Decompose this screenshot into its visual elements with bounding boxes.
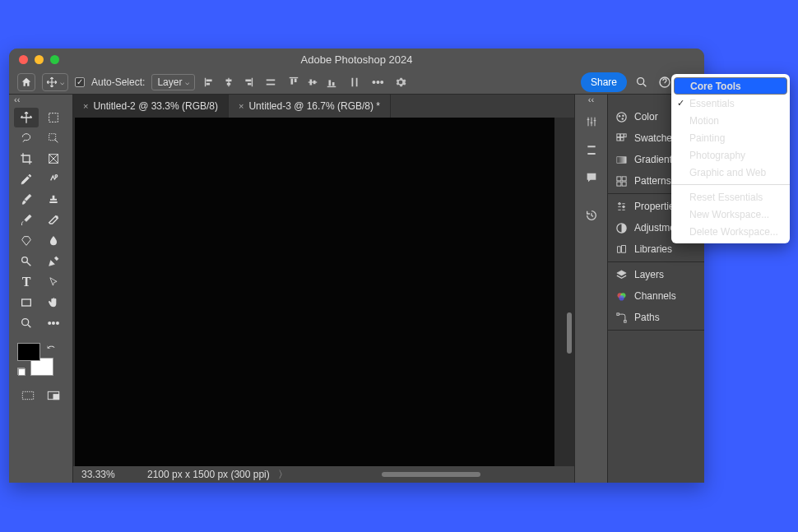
lasso-tool[interactable] (14, 128, 39, 148)
menu-item-label: Reset Essentials (689, 192, 763, 203)
share-button[interactable]: Share (581, 72, 627, 92)
path-select-tool[interactable] (41, 272, 66, 292)
align-top-button[interactable] (285, 74, 302, 90)
help-button[interactable] (656, 74, 673, 90)
screen-mode-button[interactable] (44, 386, 65, 405)
gradients-icon (615, 153, 628, 166)
workspace-menu-item[interactable]: Essentials (671, 95, 790, 112)
tool-preset[interactable]: ⌵ (42, 73, 68, 91)
more-tools-button[interactable]: ••• (41, 313, 66, 333)
frame-tool[interactable] (41, 149, 66, 169)
eraser-tool[interactable] (41, 210, 66, 230)
align-middle-button[interactable] (304, 74, 321, 90)
brush-settings-icon[interactable] (581, 111, 602, 132)
quick-mask-button[interactable] (17, 386, 39, 405)
settings-button[interactable] (392, 74, 409, 90)
workspace-menu-item[interactable]: Painting (671, 129, 790, 146)
align-left-button[interactable] (202, 74, 218, 90)
crop-tool[interactable] (14, 149, 39, 169)
more-options-button[interactable]: ••• (369, 74, 386, 90)
stamp-tool[interactable] (41, 190, 66, 210)
history-icon[interactable] (581, 205, 602, 226)
move-tool[interactable] (14, 108, 39, 127)
vertical-scrollbar[interactable] (564, 118, 574, 466)
title-bar: Adobe Photoshop 2024 (9, 49, 704, 70)
svg-rect-18 (329, 80, 332, 86)
svg-rect-0 (205, 77, 206, 86)
paths-panel[interactable]: Paths (608, 307, 704, 328)
workspace-menu-item[interactable]: Graphic and Web (671, 164, 790, 181)
align-bottom-button[interactable] (323, 74, 340, 90)
svg-rect-47 (616, 176, 620, 180)
gradient-tool[interactable] (14, 231, 39, 251)
workspace-menu-item[interactable]: Photography (671, 146, 790, 164)
svg-rect-13 (295, 78, 297, 81)
eyedropper-tool[interactable] (14, 169, 39, 189)
patterns-icon (615, 174, 628, 187)
channels-panel[interactable]: Channels (608, 285, 704, 307)
scroll-thumb[interactable] (567, 312, 572, 354)
svg-rect-15 (310, 79, 313, 85)
svg-rect-46 (616, 156, 625, 163)
marquee-tool[interactable] (41, 108, 66, 127)
zoom-level[interactable]: 33.33% (81, 469, 139, 480)
dodge-tool[interactable] (14, 252, 39, 271)
zoom-tool[interactable] (14, 313, 39, 333)
panel-label: Color (634, 111, 658, 123)
layer-select[interactable]: Layer ⌵ (151, 74, 195, 90)
svg-rect-9 (267, 79, 276, 81)
workspace-menu-item[interactable]: Motion (671, 112, 790, 129)
pen-tool[interactable] (41, 252, 66, 271)
blur-tool[interactable] (41, 231, 66, 251)
brushes-icon[interactable] (581, 139, 602, 160)
svg-rect-45 (620, 137, 624, 141)
comments-icon[interactable] (581, 167, 602, 188)
menu-item-label: Painting (689, 132, 725, 144)
document-tab[interactable]: × Untitled-3 @ 16.7% (RGB/8) * (229, 95, 391, 118)
workspace-menu-item[interactable]: Reset Essentials (671, 188, 790, 206)
distribute-v-button[interactable] (346, 74, 363, 90)
status-menu-icon[interactable]: 〉 (278, 468, 288, 482)
brush-tool[interactable] (14, 190, 39, 210)
align-center-h-button[interactable] (220, 74, 237, 90)
panel-label: Libraries (634, 243, 672, 255)
valign-group (285, 74, 340, 90)
swap-colors-icon[interactable]: ⤺ (47, 341, 55, 353)
panel-label: Patterns (634, 175, 671, 187)
search-button[interactable] (633, 74, 650, 90)
search-icon (635, 76, 648, 89)
history-brush-tool[interactable] (14, 210, 39, 230)
layers-panel[interactable]: Layers (608, 264, 704, 285)
shape-tool[interactable] (14, 293, 39, 312)
svg-rect-26 (49, 113, 58, 123)
svg-point-40 (621, 118, 624, 120)
help-icon (658, 76, 671, 89)
canvas[interactable] (75, 118, 554, 466)
window-title: Adobe Photoshop 2024 (9, 53, 704, 66)
align-right-button[interactable] (239, 74, 256, 90)
distribute-button[interactable] (262, 74, 279, 90)
hand-tool[interactable] (41, 293, 66, 312)
close-tab-icon[interactable]: × (239, 101, 244, 111)
auto-select-checkbox[interactable] (75, 77, 85, 87)
foreground-color[interactable] (17, 343, 40, 361)
scroll-thumb[interactable] (382, 472, 480, 477)
workspace-menu-item[interactable]: Delete Workspace... (671, 223, 790, 240)
tools-collapse[interactable]: ‹‹ (9, 95, 72, 104)
svg-rect-21 (356, 77, 358, 86)
healing-tool[interactable] (41, 169, 66, 189)
color-icon (615, 110, 628, 123)
color-swatches[interactable]: ⤺ (17, 343, 53, 376)
home-button[interactable] (17, 73, 35, 91)
quick-select-tool[interactable] (41, 128, 66, 148)
svg-rect-2 (206, 82, 210, 85)
default-colors-icon[interactable] (17, 368, 26, 376)
close-tab-icon[interactable]: × (83, 101, 88, 111)
document-tab[interactable]: × Untitled-2 @ 33.3% (RGB/8) (73, 95, 229, 118)
horizontal-scrollbar[interactable] (296, 472, 566, 477)
type-tool[interactable]: T (14, 272, 39, 292)
workspace-menu-item[interactable]: New Workspace... (671, 206, 790, 223)
workspace-menu-item[interactable]: Core Tools (674, 77, 787, 95)
panel-collapse[interactable]: ‹‹ (575, 95, 607, 104)
svg-point-22 (638, 77, 644, 84)
